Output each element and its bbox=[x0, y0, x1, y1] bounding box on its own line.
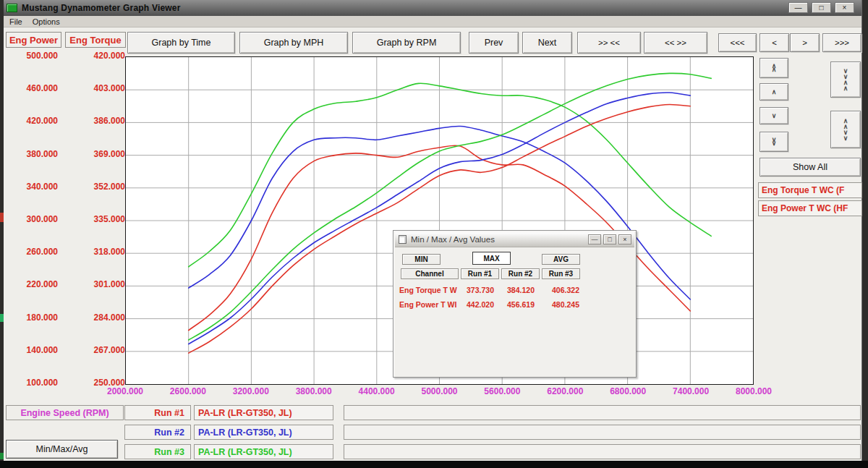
menu-item-options[interactable]: Options bbox=[33, 17, 60, 26]
double-up-chevron-icon: ∧ ∧ bbox=[772, 64, 777, 72]
maximize-button[interactable]: □ bbox=[812, 2, 831, 13]
y-pan-up-button[interactable]: ∧ bbox=[760, 83, 788, 101]
y-axis-power-tick: 340.000 bbox=[6, 182, 58, 192]
run2-name-field[interactable]: PA-LR (LR-GT350, JL) bbox=[194, 425, 333, 440]
taskbar-strip bbox=[0, 461, 868, 468]
y-pan-up-double-button[interactable]: ∧ ∧ bbox=[760, 58, 788, 78]
minimize-button[interactable]: — bbox=[788, 2, 808, 13]
x-axis-tick: 5000.000 bbox=[411, 386, 469, 396]
run3-label: Run #3 bbox=[124, 444, 191, 459]
y-axis-power-tick: 380.000 bbox=[6, 149, 58, 159]
table-row-channel: Eng Torque T W bbox=[399, 286, 457, 294]
menu-bar: File Options bbox=[4, 16, 861, 27]
close-button[interactable]: × bbox=[835, 2, 854, 13]
y-axis-torque-tick: 284.000 bbox=[67, 312, 125, 323]
y-axis-power-tick: 140.000 bbox=[6, 345, 58, 355]
x-axis-tick: 4400.000 bbox=[348, 386, 406, 396]
graph-by-time-button[interactable]: Graph by Time bbox=[127, 32, 235, 54]
dialog-controls: — □ × bbox=[588, 234, 631, 244]
torque-channel-label[interactable]: Eng Torque T WC (F bbox=[758, 182, 862, 198]
y-axis-torque-tick: 420.000 bbox=[67, 51, 125, 61]
x-axis-tick: 5600.000 bbox=[473, 386, 531, 396]
y-zoom-in-button[interactable]: ∨ ∨ ∧ ∧ bbox=[830, 61, 861, 98]
y-pan-down-double-button[interactable]: ∨ ∨ bbox=[760, 132, 788, 152]
pan-left-button[interactable]: < bbox=[760, 33, 789, 52]
pan-far-left-button[interactable]: <<< bbox=[718, 33, 757, 52]
table-cell: 480.245 bbox=[545, 300, 587, 309]
x-axis-tick: 7400.000 bbox=[662, 386, 720, 396]
dialog-close-button[interactable]: × bbox=[618, 234, 631, 244]
tab-max[interactable]: MAX bbox=[472, 252, 511, 265]
compress-chevrons-icon: ∨ ∨ ∧ ∧ bbox=[843, 68, 848, 91]
run1-label: Run #1 bbox=[124, 405, 191, 420]
dialog-minimize-button[interactable]: — bbox=[588, 234, 601, 244]
table-cell: 373.730 bbox=[459, 286, 501, 294]
y-axis-torque-tick: 352.000 bbox=[67, 182, 125, 192]
x-axis-title: Engine Speed (RPM) bbox=[6, 405, 124, 420]
table-cell: 406.322 bbox=[545, 286, 587, 294]
pan-far-right-button[interactable]: >>> bbox=[822, 33, 861, 52]
minmax-dialog: Min / Max / Avg Values — □ × MIN MAX AVG… bbox=[393, 230, 637, 378]
zoom-out-x-button[interactable]: << >> bbox=[644, 32, 707, 54]
dialog-maximize-button[interactable]: □ bbox=[603, 234, 616, 244]
app-icon bbox=[7, 4, 17, 12]
power-axis-header[interactable]: Eng Power bbox=[6, 32, 61, 48]
run2-extra-field[interactable] bbox=[344, 425, 861, 440]
dialog-document-icon bbox=[399, 235, 407, 244]
next-button[interactable]: Next bbox=[522, 32, 572, 54]
zoom-in-x-button[interactable]: >> << bbox=[577, 32, 641, 54]
y-axis-torque-tick: 267.000 bbox=[67, 345, 125, 355]
y-axis-power-tick: 220.000 bbox=[6, 279, 58, 289]
prev-button[interactable]: Prev bbox=[469, 32, 519, 54]
title-bar[interactable]: Mustang Dynamometer Graph Viewer — □ × bbox=[4, 0, 861, 16]
torque-axis-header[interactable]: Eng Torque bbox=[65, 32, 126, 48]
y-axis-power-tick: 460.000 bbox=[6, 83, 58, 93]
y-pan-down-button[interactable]: ∨ bbox=[760, 107, 788, 124]
x-axis-tick: 3800.000 bbox=[285, 386, 343, 396]
table-row-channel: Eng Power T WI bbox=[399, 300, 456, 309]
run1-extra-field[interactable] bbox=[344, 405, 861, 420]
x-axis-tick: 8000.000 bbox=[725, 386, 783, 396]
col-header-run1: Run #1 bbox=[461, 268, 499, 279]
tab-avg[interactable]: AVG bbox=[542, 254, 580, 265]
run3-name-field[interactable]: PA-LR (LR-GT350, JL) bbox=[194, 444, 333, 459]
down-chevron-icon: ∨ bbox=[772, 114, 777, 118]
tab-min[interactable]: MIN bbox=[402, 254, 441, 265]
y-axis-power-tick: 300.000 bbox=[6, 214, 58, 224]
col-header-channel: Channel bbox=[401, 268, 459, 279]
desktop: Mustang Dynamometer Graph Viewer — □ × F… bbox=[0, 0, 868, 468]
y-axis-torque-tick: 301.000 bbox=[67, 279, 125, 289]
y-axis-power-tick: 500.000 bbox=[6, 51, 58, 61]
table-cell: 456.619 bbox=[500, 300, 542, 309]
y-axis-power-tick: 100.000 bbox=[6, 378, 58, 388]
y-axis-power-tick: 420.000 bbox=[6, 116, 58, 126]
x-axis-tick: 2600.000 bbox=[159, 386, 217, 396]
double-down-chevron-icon: ∨ ∨ bbox=[772, 138, 777, 145]
run2-label: Run #2 bbox=[124, 425, 191, 440]
dialog-title-bar[interactable]: Min / Max / Avg Values — □ × bbox=[395, 232, 634, 247]
min-max-avg-button[interactable]: Min/Max/Avg bbox=[6, 440, 118, 459]
run1-name-field[interactable]: PA-LR (LR-GT350, JL) bbox=[194, 405, 333, 420]
col-header-run3: Run #3 bbox=[542, 268, 580, 279]
y-axis-power-tick: 260.000 bbox=[6, 247, 58, 257]
graph-by-rpm-button[interactable]: Graph by RPM bbox=[352, 32, 461, 54]
power-channel-label[interactable]: Eng Power T WC (HF bbox=[758, 200, 862, 216]
window-controls: — □ × bbox=[788, 2, 854, 13]
run3-extra-field[interactable] bbox=[344, 444, 861, 459]
graph-by-mph-button[interactable]: Graph by MPH bbox=[239, 32, 348, 54]
dialog-title: Min / Max / Avg Values bbox=[411, 235, 495, 244]
y-axis-torque-tick: 318.000 bbox=[67, 247, 125, 257]
y-axis-torque-tick: 335.000 bbox=[67, 214, 125, 224]
y-axis-torque-tick: 386.000 bbox=[67, 116, 125, 126]
table-cell: 442.020 bbox=[459, 300, 501, 309]
x-axis-tick: 6200.000 bbox=[536, 386, 594, 396]
y-axis-power-tick: 180.000 bbox=[6, 312, 58, 323]
show-all-button[interactable]: Show All bbox=[760, 158, 861, 176]
y-zoom-out-button[interactable]: ∧ ∧ ∨ ∨ bbox=[830, 111, 861, 148]
x-axis-tick: 2000.000 bbox=[96, 386, 154, 396]
menu-item-file[interactable]: File bbox=[9, 17, 22, 26]
y-axis-torque-tick: 403.000 bbox=[67, 83, 125, 93]
pan-right-button[interactable]: > bbox=[790, 33, 820, 52]
table-cell: 384.120 bbox=[500, 286, 542, 294]
app-window: Mustang Dynamometer Graph Viewer — □ × F… bbox=[4, 0, 862, 461]
